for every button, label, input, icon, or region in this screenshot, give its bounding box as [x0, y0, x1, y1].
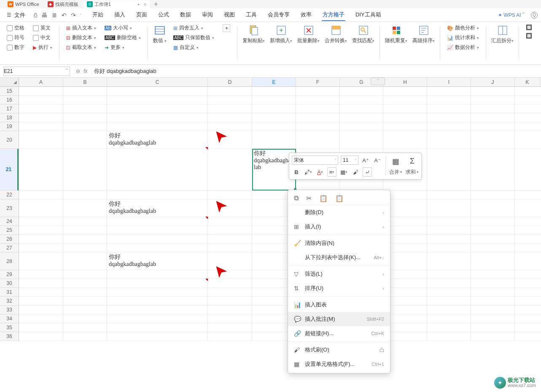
cm-copy-icon[interactable]: ⧉ [294, 194, 299, 202]
name-box[interactable]: E21ˇ [3, 67, 70, 76]
btn-new-insert[interactable]: +新增插入▾ [269, 24, 293, 44]
btn-random-repeat[interactable]: 随机重复▾ [384, 24, 408, 44]
tab-ffgz[interactable]: 方方格子 [322, 9, 345, 21]
cm-cut-icon[interactable]: ✂ [306, 194, 312, 202]
formula-content[interactable]: 你好 dqabgkadbagbaglab [94, 68, 156, 74]
col-head-K[interactable]: K [515, 78, 540, 86]
row-head-31[interactable]: 31 [0, 288, 19, 297]
cm-delete[interactable]: 删除(D)› [288, 205, 390, 220]
mini-font-select[interactable]: 宋体ˇ [292, 156, 338, 165]
cm-dropdown-select[interactable]: 从下拉列表中选择(K)...Alt+↓ [288, 250, 390, 265]
mini-border-icon[interactable]: ▦▾ [339, 167, 348, 177]
row-head-29[interactable]: 29 [0, 270, 19, 279]
cm-paste-special-icon[interactable]: 📋 [335, 194, 344, 202]
col-head-C[interactable]: C [107, 78, 208, 86]
btn-find-match[interactable]: 查找匹配▾ [351, 24, 375, 44]
btn-summary-split[interactable]: 汇总拆分▾ [490, 24, 514, 44]
cb-english[interactable]: 英文 [33, 24, 52, 32]
select-all-corner[interactable]: ◢ [0, 78, 19, 87]
btn-insert-text[interactable]: ⊞插入文本▾ [66, 24, 96, 32]
btn-merge-convert[interactable]: 合并转换▾ [324, 24, 348, 44]
btn-stat-sum[interactable]: 📊统计求和▾ [447, 34, 479, 41]
btn-data-analysis[interactable]: 📈数据分析▾ [447, 44, 479, 51]
mini-format-painter-icon[interactable]: 🖌 [351, 167, 360, 177]
btn-copy-paste[interactable]: 复制粘贴▾ [242, 24, 266, 44]
row-head-33[interactable]: 33 [0, 306, 19, 314]
mini-sum-icon[interactable]: Σ [408, 157, 417, 166]
btn-numeric[interactable]: 数值 ▾ [152, 24, 167, 44]
zoom-out-icon[interactable]: ⊖ [76, 68, 80, 74]
cb-symbol[interactable]: 符号 [7, 34, 24, 41]
print-icon[interactable]: 🖶 [41, 12, 47, 19]
cm-paste-icon[interactable]: 📋 [319, 194, 328, 202]
btn-keep-num[interactable]: ABC只保留数值▾ [173, 34, 215, 41]
row-head-22[interactable]: 22 [0, 191, 19, 199]
btn-case[interactable]: Ab大小写▾ [105, 24, 141, 32]
app-tab-workbook[interactable]: S工作簿1•× [83, 0, 150, 8]
btn-batch-delete[interactable]: 批量删除▾ [296, 24, 320, 44]
cm-insert-chart[interactable]: 📊插入图表 [288, 298, 390, 312]
tab-formula[interactable]: 公式 [157, 9, 170, 21]
mini-size-select[interactable]: 11ˇ [341, 156, 358, 165]
row-head-24[interactable]: 24 [0, 217, 19, 226]
row-head-35[interactable]: 35 [0, 323, 19, 332]
cb-space[interactable]: 空格 [7, 24, 24, 32]
mini-sum-button[interactable]: 求和▾ [406, 169, 419, 176]
row-head-25[interactable]: 25 [0, 226, 19, 235]
redo-icon[interactable]: ↷ [71, 12, 76, 19]
btn-color-analysis[interactable]: 🎨颜色分析▾ [447, 24, 479, 32]
col-head-I[interactable]: I [427, 78, 471, 86]
cm-insert[interactable]: ⊞插入(I)› [288, 220, 390, 234]
row-head-19[interactable]: 19 [0, 122, 19, 131]
row-head-30[interactable]: 30 [0, 279, 19, 288]
save-icon[interactable]: ⎙ [34, 12, 37, 19]
btn-extract-text[interactable]: ⊡截取文本▾ [66, 44, 96, 51]
tab-diy[interactable]: DIY工具箱 [355, 9, 382, 21]
mini-merge-icon[interactable]: ▦ [391, 157, 401, 166]
app-tab-wps[interactable]: WWPS Office [4, 0, 43, 8]
qat-dropdown-icon[interactable]: ˇ [80, 13, 81, 17]
tab-close-icon[interactable]: × [144, 2, 146, 7]
row-head-23[interactable]: 23 [0, 199, 19, 217]
cm-insert-comment[interactable]: 💬插入批注(M)Shift+F2 [288, 312, 390, 326]
cb-chinese[interactable]: 中文 [33, 34, 52, 41]
cell-C20[interactable]: 你好 dqabgkadbagbaglab [107, 131, 208, 148]
row-head-17[interactable]: 17 [0, 105, 19, 113]
undo-icon[interactable]: ↶ [62, 12, 67, 19]
col-scroll-chip[interactable]: ˆ [371, 78, 385, 85]
tab-efficiency[interactable]: 效率 [300, 9, 312, 21]
col-head-F[interactable]: F [296, 78, 340, 86]
help-icon[interactable]: Q [531, 12, 538, 19]
mini-font-shrink-icon[interactable]: A⁻ [373, 156, 382, 165]
btn-del-space[interactable]: ABC删除空格▾ [105, 34, 141, 41]
mini-wrap-icon[interactable]: ⤶ [363, 167, 372, 177]
row-head-18[interactable]: 18 [0, 113, 19, 122]
col-head-J[interactable]: J [471, 78, 515, 86]
app-tab-template[interactable]: ◆找稿壳模板 [44, 0, 82, 8]
mini-merge-button[interactable]: 合并▾ [389, 169, 402, 176]
col-head-E[interactable]: E [252, 78, 296, 86]
btn-round[interactable]: ⊞四舍五入▾ [173, 24, 215, 32]
mini-align-icon[interactable]: ≡▾ [327, 167, 336, 177]
btn-delete-text[interactable]: ⊟删除文本▾ [66, 34, 96, 41]
btn-adv-sort[interactable]: 高级排序▾ [412, 24, 436, 44]
btn-custom[interactable]: ▦自定义▾ [173, 44, 215, 51]
cell-C23[interactable]: 你好 dqabgkadbagbaglab [107, 199, 208, 217]
row-head-20[interactable]: 20 [0, 131, 19, 149]
row-head-16[interactable]: 16 [0, 96, 19, 105]
btn-unknown-2[interactable]: 🔲 [526, 33, 532, 39]
tab-start[interactable]: 开始 [92, 9, 104, 21]
tab-view[interactable]: 视图 [223, 9, 236, 21]
cm-filter[interactable]: ▽筛选(L)› [288, 267, 390, 281]
cell-C28[interactable]: 你好 dqabgkadbagbaglab [107, 252, 208, 270]
row-head-32[interactable]: 32 [0, 297, 19, 306]
row-head-21[interactable]: 21 [0, 149, 19, 191]
row-head-27[interactable]: 27 [0, 244, 19, 252]
mini-bold-icon[interactable]: B [292, 167, 301, 177]
col-head-D[interactable]: D [208, 78, 252, 86]
row-head-15[interactable]: 15 [0, 87, 19, 96]
btn-plus[interactable]: + [223, 24, 230, 32]
wps-ai-button[interactable]: ✦ WPS AI ˇ [498, 12, 524, 18]
col-head-H[interactable]: H [383, 78, 427, 86]
cm-hyperlink[interactable]: 🔗超链接(H)...Ctrl+K [288, 326, 390, 341]
